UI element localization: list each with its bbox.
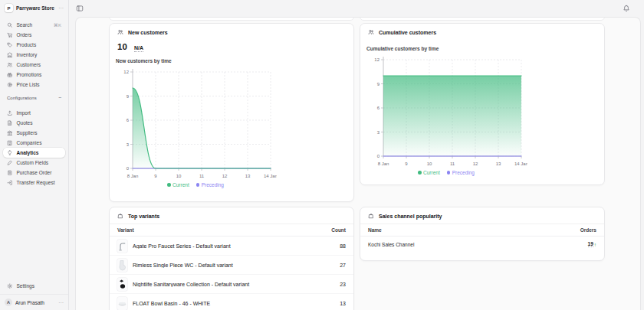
variant-count: 88 [340,243,346,249]
sidebar-item-customers[interactable]: Customers [3,60,65,70]
gift-icon [7,72,13,78]
column-header-orders: Orders [580,227,596,233]
analytics-page: New customers 10 N/A New customers by ti… [75,17,641,310]
card-title: Sales channel popularity [379,214,442,219]
clipboard-icon [7,170,13,176]
scrolled-card-edge [360,17,605,21]
orders-count[interactable]: 19 [588,241,593,247]
sidebar-item-label: Custom Fields [17,160,49,165]
legend-label: Preceding [202,182,224,188]
gear-icon [7,283,13,289]
sidebar-toggle-button[interactable] [74,3,85,14]
svg-text:12: 12 [222,174,228,178]
sidebar-item-label: Promotions [17,72,42,77]
new-customers-card: New customers 10 N/A New customers by ti… [109,23,354,202]
sidebar-item-transfer-request[interactable]: Transfer Request [3,178,65,188]
sidebar-item-purchase-order[interactable]: Purchase Order [3,168,65,178]
card-header: Top variants [110,207,353,224]
metric-row: 10 N/A [110,40,353,52]
sidebar-item-settings[interactable]: Settings [3,281,65,291]
sidebar-item-inventory[interactable]: Inventory [3,50,65,60]
legend-dot-icon [418,171,422,175]
svg-text:12: 12 [473,162,478,166]
table-row[interactable]: Agate Pro Faucet Series - Default varian… [110,237,353,256]
sidebar-item-import[interactable]: Import [3,108,65,118]
bulb-icon [7,150,13,156]
svg-text:12: 12 [374,57,380,62]
sidebar-item-quotes[interactable]: Quotes [3,118,65,128]
legend-label: Current [172,182,189,188]
bag-icon [117,213,123,219]
sidebar-item-search[interactable]: Search ⌘K [3,20,65,30]
sidebar-item-price-lists[interactable]: Price Lists [3,80,65,90]
store-name[interactable]: Parryware Store [16,5,55,11]
table-row[interactable]: Nightlife Sanitaryware Collection - Defa… [110,275,353,294]
sidebar-item-label: Suppliers [17,130,38,135]
card-title: Top variants [128,214,159,219]
table-row[interactable]: Rimless Single Piece WC - Default varian… [110,256,353,275]
sidebar-toggle-icon [76,5,84,12]
store-logo[interactable]: P [5,4,13,12]
users-icon [117,29,123,35]
chart-subtitle: Cumulative customers by time [360,40,604,51]
variant-thumbnail [117,278,127,291]
variant-count: 13 [340,301,346,306]
sales-channel-card: Sales channel popularity Name Orders Koc… [360,207,605,261]
chart-legend: CurrentPreceding [114,182,277,188]
top-variants-card: Top variants Variant Count Agate Pro Fau… [109,207,354,310]
svg-text:9: 9 [405,162,408,166]
sidebar-item-label: Quotes [17,120,33,126]
cumulative-customers-card: Cumulative customers Cumulative customer… [360,23,605,185]
legend-dot-icon [447,171,451,175]
legend-item: Current [418,170,440,175]
office-icon [7,140,13,146]
building-icon [7,52,13,58]
variant-name: Rimless Single Piece WC - Default varian… [133,263,334,268]
legend-label: Current [423,170,440,175]
configurations-label: Configurations [7,96,37,100]
transfer-icon [7,180,13,186]
variant-name: Nightlife Sanitaryware Collection - Defa… [133,282,334,287]
variant-thumbnail [117,297,127,310]
card-title: Cumulative customers [379,30,436,35]
bank-icon [7,130,13,136]
sidebar-item-custom-fields[interactable]: Custom Fields [3,158,65,168]
sidebar-item-orders[interactable]: Orders [3,30,65,40]
sidebar-item-label: Purchase Order [17,170,52,175]
sidebar-item-companies[interactable]: Companies [3,138,65,148]
topbar [69,0,644,17]
table-row[interactable]: Kochi Sales Channel 19 ↑ [360,237,604,252]
sidebar-item-suppliers[interactable]: Suppliers [3,128,65,138]
chart-subtitle: New customers by time [110,52,353,64]
sidebar-item-products[interactable]: Products [3,40,65,50]
card-header: Cumulative customers [360,24,604,40]
sidebar-item-label: Customers [17,62,41,67]
svg-text:14 Jan: 14 Jan [264,174,277,178]
svg-text:9: 9 [377,82,380,86]
document-icon [7,120,13,126]
svg-text:6: 6 [377,106,380,110]
store-menu-button[interactable]: ⋯ [58,5,64,11]
table-row[interactable]: FLOAT Bowl Basin - 46 - WHITE 13 [110,294,353,310]
main-nav: Search ⌘K Orders Products Inventory Cust… [0,15,68,90]
user-menu-button[interactable]: ⋯ [58,300,64,305]
sidebar-item-promotions[interactable]: Promotions [3,70,65,80]
variant-name: Agate Pro Faucet Series - Default varian… [133,243,334,249]
sidebar: P Parryware Store ⋯ Search ⌘K Orders Pro… [0,0,69,310]
cart-icon [7,32,13,38]
sidebar-item-label: Import [17,110,31,116]
store-header: P Parryware Store ⋯ [0,0,68,15]
svg-text:10: 10 [427,162,432,166]
user-menu[interactable]: A Arun Prasath ⋯ [0,295,68,310]
svg-text:12: 12 [123,70,129,74]
collapse-configurations-button[interactable]: − [58,95,61,100]
sidebar-item-label: Orders [17,32,32,38]
user-name: Arun Prasath [15,300,55,305]
bell-icon [623,5,630,12]
sidebar-item-label: Settings [17,283,35,289]
metric-delta[interactable]: N/A [134,45,143,52]
trend-up-icon: ↑ [594,242,596,247]
channel-name: Kochi Sales Channel [368,242,588,247]
notifications-button[interactable] [621,3,632,14]
sidebar-item-analytics[interactable]: Analytics [3,148,65,158]
